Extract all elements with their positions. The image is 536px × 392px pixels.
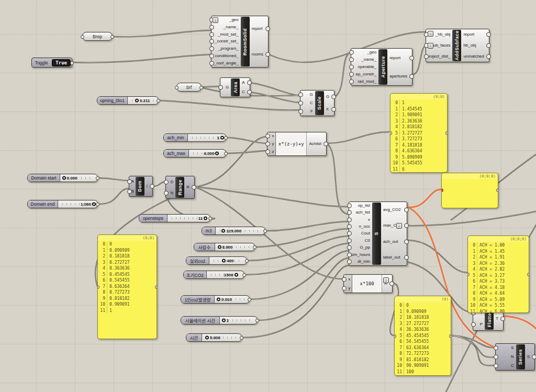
input-port[interactable]: ach_list [349, 210, 372, 215]
input-port[interactable]: conditioned_ [211, 54, 241, 58]
output-nub[interactable] [199, 86, 203, 89]
output-port[interactable]: Achlist [307, 132, 326, 155]
input-port[interactable]: F [300, 109, 315, 114]
slider-track[interactable]: 400 [209, 257, 247, 264]
output-port[interactable]: max_CO2 [381, 223, 407, 228]
input-port[interactable]: rad_mod_ [351, 80, 378, 84]
output-nub[interactable] [445, 131, 448, 135]
slider-ach-max[interactable]: ach_max 6.000 [163, 149, 226, 158]
slider-saramsu[interactable]: 사람수 8.000 [194, 243, 255, 251]
slider-domain-end[interactable]: Domain end 1.000 [27, 200, 98, 208]
output-nub[interactable] [157, 99, 160, 103]
input-port[interactable]: G [300, 93, 315, 97]
input-nub[interactable] [81, 35, 84, 39]
output-nub[interactable] [240, 336, 243, 340]
component-label[interactable]: Scale [315, 91, 324, 115]
input-port[interactable]: _geo [351, 50, 378, 54]
component-label[interactable]: Series [516, 344, 525, 369]
input-port[interactable]: _name_ [351, 58, 378, 62]
toggle-value[interactable]: True [52, 59, 71, 66]
slider-track[interactable]: 11 [168, 215, 210, 222]
slider-track[interactable]: 8.000 [215, 243, 254, 251]
slider-track[interactable]: 6.000 [189, 150, 226, 157]
input-port[interactable]: ep_constr_ [351, 72, 378, 76]
component-label[interactable]: RoomSolid [241, 17, 250, 66]
input-port[interactable]: operable_ [351, 65, 378, 69]
input-port[interactable]: project_dist_ [426, 54, 452, 59]
slider-track[interactable]: 0.000 [60, 174, 97, 182]
input-port[interactable]: _roof_angle_ [211, 61, 241, 65]
panel-percent[interactable]: (0) 0019.090909218.181818327.272727436.3… [394, 296, 451, 376]
input-port[interactable]: _program_ [211, 47, 241, 51]
input-port[interactable]: v [349, 218, 372, 222]
slider-track[interactable]: 1.000 [58, 200, 97, 208]
expression-formula[interactable]: x*100 [352, 275, 382, 293]
component-label[interactable]: Area [231, 79, 240, 96]
output-nub[interactable] [449, 334, 451, 338]
slider-knob[interactable] [92, 203, 96, 206]
slider-knob[interactable] [135, 99, 139, 103]
component-label[interactable]: Range [175, 177, 184, 198]
output-port[interactable]: avg_CO2 [381, 208, 407, 212]
output-nub[interactable] [255, 319, 259, 322]
output-port[interactable]: apertures [387, 74, 412, 79]
slider-sigan[interactable]: 시간 5.000 [186, 333, 242, 342]
output-port[interactable]: C [240, 90, 250, 94]
input-port[interactable]: C [496, 364, 516, 368]
output-port[interactable]: S [525, 355, 534, 359]
input-port[interactable]: N [496, 355, 516, 359]
output-port[interactable]: T [494, 317, 503, 321]
slider-domain-start[interactable]: Domain start 0.000 [27, 174, 98, 182]
slider-simulation-time[interactable]: 시뮬레이션 시간 1 [181, 316, 258, 324]
slider-knob[interactable] [222, 319, 226, 322]
slider-outdoor-co2[interactable]: 실외co2 400 [186, 256, 247, 265]
input-port[interactable]: x [267, 134, 275, 138]
slider-opning-0to1[interactable]: opning_0to1 0.211 [97, 96, 159, 105]
slider-m3[interactable]: m3 129.000 [202, 227, 265, 235]
input-port[interactable]: S [496, 346, 516, 350]
graft-icon[interactable]: ↓ [396, 223, 402, 229]
slider-track[interactable]: 1 [188, 134, 226, 141]
input-port[interactable]: sim_hours [349, 253, 372, 257]
input-port[interactable]: dt_min [349, 260, 372, 264]
graft-icon[interactable]: ↓ [213, 17, 218, 23]
input-port[interactable]: n_occ [349, 225, 372, 229]
component-scale[interactable]: GCF Scale GX [300, 90, 334, 116]
output-nub[interactable] [527, 273, 529, 276]
input-port[interactable]: P [473, 322, 485, 327]
output-port[interactable]: hb_obj [461, 43, 489, 48]
output-nub[interactable] [96, 203, 99, 206]
slider-knob[interactable] [234, 273, 238, 277]
output-nub[interactable] [70, 61, 74, 65]
slider-ach-min[interactable]: ach_min 1 [163, 133, 226, 142]
input-port[interactable]: _name_ [211, 25, 241, 29]
slider-knob[interactable] [215, 152, 219, 155]
input-port[interactable]: G_pp [349, 245, 372, 250]
output-port[interactable]: X [324, 107, 334, 111]
output-nub[interactable] [224, 152, 228, 155]
output-port[interactable]: rooms [250, 52, 268, 57]
slider-track[interactable]: 1 [220, 317, 257, 324]
component-addsubface[interactable]: _hb_obj_sub_facesproject_dist_ AddSubfac… [426, 29, 489, 62]
grasshopper-canvas[interactable]: Brep Srf Toggle True opning_0to1 0.211 a… [0, 0, 536, 392]
component-co2-simulator[interactable]: op_listach_listvn_occCoutC0G_ppsim_hours… [349, 201, 407, 266]
slider-knob[interactable] [221, 229, 225, 233]
input-port[interactable]: D [166, 180, 175, 184]
expression-achlist[interactable]: xyz x*(z-y)+y Achlist [267, 132, 327, 156]
graft-icon[interactable]: ↓ [383, 277, 389, 283]
output-nub[interactable] [224, 136, 228, 140]
slider-knob[interactable] [218, 245, 221, 249]
input-port[interactable]: N [166, 191, 175, 195]
output-port[interactable]: report [387, 56, 412, 60]
input-port[interactable]: x [344, 277, 352, 282]
param-srf[interactable]: Srf [176, 83, 202, 92]
output-port[interactable]: I [144, 184, 152, 188]
component-area[interactable]: G Area AC [220, 77, 250, 97]
panel-ach-labels[interactable]: (0;0;0) 0ACH = 1.001ACH = 1.452ACH = 1.9… [467, 236, 529, 313]
component-label[interactable]: Dom [136, 177, 144, 196]
input-port[interactable]: B [129, 189, 136, 194]
slider-track[interactable]: 0.211 [128, 97, 158, 104]
slider-track[interactable]: 1500 [207, 271, 244, 278]
panel-fractions[interactable]: (0;0) 0010.09090920.18181830.27272740.36… [97, 234, 157, 339]
output-port[interactable]: unmatched [461, 54, 489, 59]
